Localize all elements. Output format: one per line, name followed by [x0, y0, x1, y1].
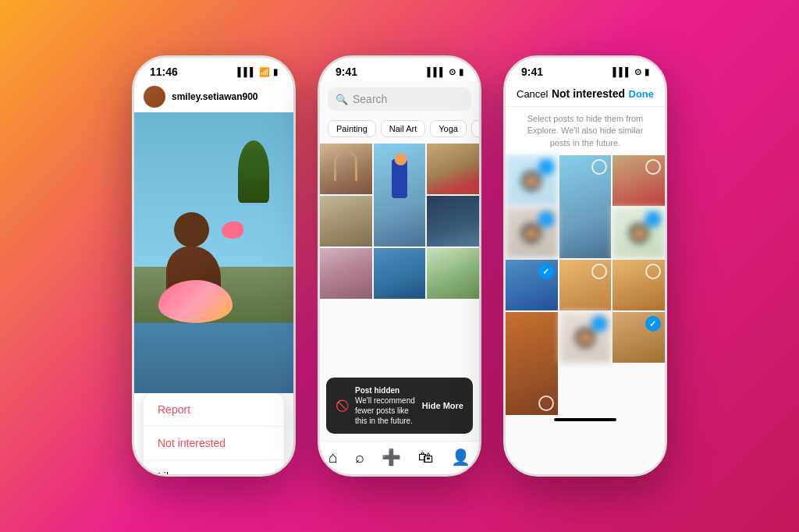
avatar	[144, 86, 165, 108]
not-interested-grid: 🙈 ✓ 🙈 ✓	[506, 155, 665, 415]
grid-cell-friends[interactable]	[427, 144, 479, 194]
time-3: 9:41	[521, 66, 543, 78]
grid-cell-dance[interactable]	[374, 144, 426, 246]
phone-2: 9:41 ▌▌▌ ⊙ ▮ 🔍 Search Painting Nail Art …	[318, 55, 481, 477]
hide-more-button[interactable]: Hide More	[422, 401, 463, 410]
pill-yoga[interactable]: Yoga	[430, 120, 467, 137]
ni-cell-12[interactable]: ✓	[613, 312, 665, 363]
battery-icon: ▮	[273, 67, 278, 77]
bottom-nav: ⌂ ⌕ ➕ 🛍 👤	[320, 441, 479, 474]
wifi-icon: 📶	[259, 67, 270, 77]
time-2: 9:41	[336, 66, 357, 78]
pill-base[interactable]: Basc	[471, 120, 479, 137]
status-icons-2: ▌▌▌ ⊙ ▮	[428, 67, 463, 77]
post-header: smiley.setiawan900	[134, 81, 293, 112]
ni-cell-9[interactable]	[613, 260, 665, 310]
nav-profile[interactable]: 👤	[451, 448, 471, 466]
menu-item-not-interested[interactable]: Not interested	[144, 427, 284, 460]
ni-cell-11[interactable]: 🙈 ✓	[559, 312, 612, 363]
nav-shop[interactable]: 🛍	[418, 449, 434, 466]
ni-check-7: ✓	[538, 264, 554, 279]
cancel-button[interactable]: Cancel	[517, 88, 548, 100]
ni-cell-3[interactable]	[613, 155, 665, 206]
wifi-icon-2: ⊙	[449, 67, 456, 77]
grid-cell-flowers[interactable]	[320, 248, 372, 299]
context-menu: Report Not interested Like View profile …	[144, 393, 284, 474]
search-icon: 🔍	[336, 94, 348, 105]
hidden-icon-4: 🙈	[520, 222, 542, 244]
home-indicator-3	[554, 418, 616, 421]
done-button[interactable]: Done	[629, 88, 655, 100]
not-interested-title: Not interested	[552, 87, 625, 100]
battery-icon-3: ▮	[645, 67, 649, 77]
ni-cell-8[interactable]	[559, 260, 612, 310]
ni-cell-4[interactable]: 🙈 ✓	[506, 207, 558, 258]
grid-cell-climb[interactable]	[427, 196, 479, 246]
ni-cell-dance-tall[interactable]	[559, 155, 612, 258]
search-placeholder: Search	[353, 93, 387, 105]
hidden-icon-6: 🙈	[628, 222, 650, 244]
nav-home[interactable]: ⌂	[328, 449, 338, 466]
ni-check-1: ✓	[538, 159, 554, 175]
status-bar-2: 9:41 ▌▌▌ ⊙ ▮	[320, 58, 479, 81]
ni-cell-food-tall[interactable]	[506, 312, 558, 415]
grid-cell-interior[interactable]	[427, 248, 479, 299]
status-bar-3: 9:41 ▌▌▌ ⊙ ▮	[506, 58, 665, 81]
nav-search[interactable]: ⌕	[355, 449, 364, 466]
username-label: smiley.setiawan900	[172, 91, 258, 102]
ni-cell-6[interactable]: 🙈 ✓	[613, 207, 665, 258]
status-icons-1: ▌▌▌ 📶 ▮	[238, 67, 278, 77]
phone-1: 11:46 ▌▌▌ 📶 ▮ smiley.setiawan900	[132, 55, 296, 477]
signal-icon: ▌▌▌	[238, 67, 256, 76]
ni-cell-7[interactable]: ✓	[506, 260, 558, 310]
grid-cell-ruins[interactable]	[320, 196, 372, 246]
signal-icon-2: ▌▌▌	[428, 67, 446, 76]
not-interested-subtitle: Select posts to hide them from Explore. …	[506, 107, 665, 155]
ni-cell-1[interactable]: 🙈 ✓	[506, 155, 558, 206]
time-1: 11:46	[150, 66, 178, 78]
post-hidden-toast: 🚫 Post hiddenWe'll recommend fewer posts…	[326, 378, 473, 434]
explore-grid	[320, 144, 479, 299]
post-image	[134, 112, 293, 393]
pill-painting[interactable]: Painting	[328, 120, 376, 137]
grid-cell-coast[interactable]	[374, 248, 426, 299]
status-icons-3: ▌▌▌ ⊙ ▮	[613, 67, 649, 77]
ni-check-4: ✓	[538, 211, 554, 227]
phone-3: 9:41 ▌▌▌ ⊙ ▮ Cancel Not interested Done …	[503, 55, 667, 477]
toast-icon: 🚫	[336, 399, 349, 412]
ni-circle-food	[538, 395, 554, 411]
nav-post[interactable]: ➕	[382, 448, 401, 466]
menu-item-report[interactable]: Report	[144, 393, 284, 427]
menu-item-like[interactable]: Like	[144, 460, 284, 474]
category-pills: Painting Nail Art Yoga Basc	[320, 117, 479, 144]
wifi-icon-3: ⊙	[634, 67, 641, 77]
battery-icon-2: ▮	[459, 67, 463, 77]
grid-cell-arch[interactable]	[320, 144, 372, 194]
hidden-icon-1: 🙈	[520, 170, 542, 192]
signal-icon-3: ▌▌▌	[613, 67, 631, 76]
toast-message: Post hiddenWe'll recommend fewer posts l…	[355, 385, 416, 426]
search-bar[interactable]: 🔍 Search	[328, 87, 471, 111]
not-interested-header: Cancel Not interested Done	[506, 81, 665, 107]
pill-nail-art[interactable]: Nail Art	[381, 120, 425, 137]
status-bar-1: 11:46 ▌▌▌ 📶 ▮	[134, 58, 293, 81]
hidden-icon-11: 🙈	[574, 327, 596, 349]
